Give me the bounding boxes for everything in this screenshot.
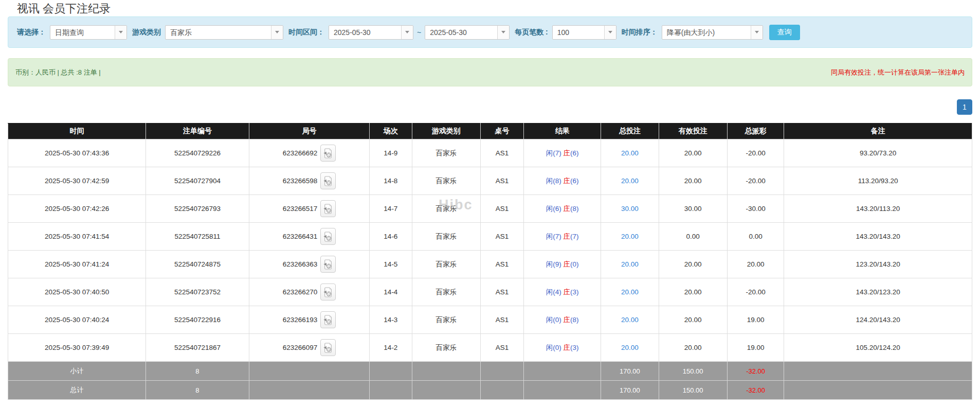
cell-payout: 19.00: [727, 306, 784, 334]
result-banker: 庄: [564, 233, 571, 240]
date-from-picker[interactable]: 2025-05-30: [329, 25, 413, 40]
cell-total_bet: 20.00: [601, 223, 659, 251]
video-replay-button[interactable]: [320, 256, 336, 273]
cell-game_type: 百家乐: [412, 251, 480, 278]
cell-time: 2025-05-30 07:41:54: [8, 223, 146, 251]
result-banker-points: (6): [570, 149, 579, 157]
date-to-value: 2025-05-30: [425, 26, 497, 39]
video-replay-button[interactable]: [320, 339, 336, 356]
cell-round_id: 623266431: [249, 223, 369, 251]
cell-payout: -20.00: [727, 278, 784, 306]
video-replay-button[interactable]: [320, 284, 336, 300]
cell-result: 闲(7) 庄(7): [524, 223, 601, 251]
footer-empty-cell: [524, 381, 601, 400]
round-id-value: 623266431: [283, 233, 318, 240]
chevron-down-icon[interactable]: [115, 26, 126, 39]
cell-bet_id: 522540724875: [146, 251, 249, 278]
total-bet-link[interactable]: 30.00: [621, 205, 639, 213]
date-to-picker[interactable]: 2025-05-30: [425, 25, 510, 40]
page-root: 视讯 会员下注纪录 请选择： 日期查询 游戏类别 百家乐 时间区间： 2025-…: [0, 0, 980, 407]
video-file-icon: [323, 343, 333, 353]
cell-total_bet: 20.00: [601, 139, 659, 167]
page-size-select[interactable]: 100: [552, 25, 616, 40]
video-replay-button[interactable]: [320, 145, 336, 162]
cell-bet_id: 522540723752: [146, 278, 249, 306]
page-title: 视讯 会员下注纪录: [17, 1, 111, 16]
result-player: 闲(7): [546, 149, 561, 157]
sort-order-select[interactable]: 降幂(由大到小): [662, 25, 763, 40]
table-row: 2025-05-30 07:43:36522540729226623266692…: [8, 139, 972, 167]
header-game_type: 游戏类别: [412, 123, 480, 139]
video-file-icon: [323, 148, 333, 158]
cell-session: 14-2: [370, 334, 412, 362]
cell-game_type: 百家乐: [412, 306, 480, 334]
result-banker-points: (7): [570, 233, 579, 240]
total-bet-link[interactable]: 20.00: [621, 260, 639, 268]
result-player: 闲(8): [546, 177, 561, 185]
video-replay-button[interactable]: [320, 172, 336, 189]
cell-valid_bet: 20.00: [659, 278, 727, 306]
cell-payout: 20.00: [727, 251, 784, 278]
grand-total-row: 总计8170.00150.00-32.00: [8, 381, 972, 400]
video-replay-button[interactable]: [320, 200, 336, 217]
cell-result: 闲(8) 庄(6): [524, 167, 601, 195]
cell-round_id: 623266692: [249, 139, 369, 167]
table-row: 2025-05-30 07:39:49522540721867623266097…: [8, 334, 972, 362]
cell-result: 闲(4) 庄(3): [524, 278, 601, 306]
page-1-button[interactable]: 1: [957, 99, 972, 115]
total-bet-link[interactable]: 20.00: [621, 344, 639, 351]
cell-game_type: 百家乐: [412, 167, 480, 195]
video-replay-button[interactable]: [320, 228, 336, 245]
game-type-select[interactable]: 百家乐: [165, 25, 283, 40]
result-banker: 庄: [564, 260, 571, 268]
total-bet-link[interactable]: 20.00: [621, 177, 639, 185]
result-player: 闲(9): [546, 260, 561, 268]
round-id-value: 623266363: [283, 260, 318, 268]
cell-total_bet: 20.00: [601, 278, 659, 306]
cell-valid_bet: 20.00: [659, 251, 727, 278]
cell-time: 2025-05-30 07:40:24: [8, 306, 146, 334]
pagination: 1: [957, 99, 972, 115]
header-round_id: 局号: [249, 123, 369, 139]
cell-result: 闲(9) 庄(0): [524, 251, 601, 278]
cell-bet_id: 522540726793: [146, 195, 249, 223]
query-button[interactable]: 查询: [769, 25, 800, 40]
table-header: 时间注单编号局号场次游戏类别桌号结果总投注有效投注总派彩备注: [8, 123, 972, 139]
cell-result: 闲(0) 庄(3): [524, 334, 601, 362]
header-bet_id: 注单编号: [146, 123, 249, 139]
cell-session: 14-9: [370, 139, 412, 167]
chevron-down-icon[interactable]: [497, 26, 509, 39]
table-row: 2025-05-30 07:40:24522540722916623266193…: [8, 306, 972, 334]
total-bet-link[interactable]: 20.00: [621, 288, 639, 296]
cell-game_type: 百家乐: [412, 278, 480, 306]
header-valid_bet: 有效投注: [659, 123, 727, 139]
page-size-value: 100: [553, 26, 604, 39]
cell-remark: 93.20/73.20: [784, 139, 972, 167]
total-bet-link[interactable]: 20.00: [621, 316, 639, 324]
chevron-down-icon[interactable]: [604, 26, 616, 39]
result-banker: 庄: [564, 288, 571, 296]
result-banker: 庄: [564, 344, 571, 351]
cell-payout: 19.00: [727, 334, 784, 362]
cell-table_no: AS1: [480, 278, 523, 306]
cell-table_no: AS1: [480, 251, 523, 278]
footer-valid-bet: 150.00: [659, 362, 727, 381]
video-replay-button[interactable]: [320, 311, 336, 328]
query-type-select[interactable]: 日期查询: [50, 25, 127, 40]
chevron-down-icon[interactable]: [401, 26, 413, 39]
game-type-value: 百家乐: [166, 26, 271, 39]
cell-total_bet: 30.00: [601, 195, 659, 223]
cell-table_no: AS1: [480, 306, 523, 334]
chevron-down-icon[interactable]: [751, 26, 763, 39]
footer-label: 小计: [8, 362, 146, 381]
result-banker: 庄: [564, 316, 571, 324]
cell-remark: 143.20/123.20: [784, 278, 972, 306]
total-bet-link[interactable]: 20.00: [621, 149, 639, 157]
video-file-icon: [323, 259, 333, 270]
footer-payout: -32.00: [727, 362, 784, 381]
game-type-label: 游戏类别: [132, 28, 161, 37]
total-bet-link[interactable]: 20.00: [621, 233, 639, 240]
cell-valid_bet: 20.00: [659, 139, 727, 167]
chevron-down-icon[interactable]: [271, 26, 283, 39]
cell-session: 14-3: [370, 306, 412, 334]
